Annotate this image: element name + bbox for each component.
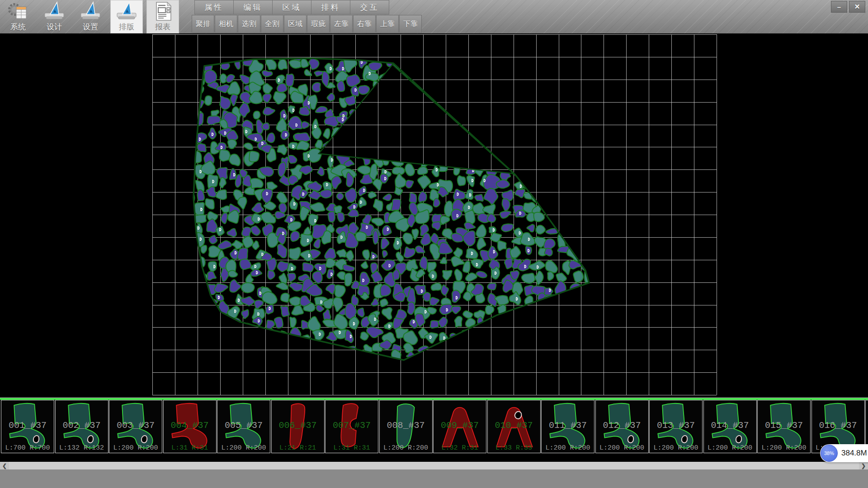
menu-interaction[interactable]: 交互: [350, 0, 389, 14]
memory-percent-indicator: 38%: [821, 445, 838, 462]
piece-thumbnail-3[interactable]: 003_#37L:200 R:200: [109, 400, 162, 453]
toolbar-header: 系统设计设置排版报表 属性编辑区域排料交互 聚排相机选割全割区域瑕疵左靠右靠上靠…: [0, 0, 868, 33]
menu-region[interactable]: 区域: [273, 0, 311, 14]
minimize-icon[interactable]: –: [831, 1, 847, 13]
piece-thumbnail-14[interactable]: 014_#37L:200 R:200: [703, 400, 757, 453]
app-button-label: 设计: [47, 22, 62, 32]
piece-thumbnail-8[interactable]: 008_#37L:200 R:200: [379, 400, 433, 453]
piece-thumbnail-1[interactable]: 001_#37L:700 R:700: [1, 400, 54, 453]
piece-thumbnail-12[interactable]: 012_#37L:200 R:200: [595, 400, 649, 453]
piece-thumbnail-6[interactable]: 006_#37L:21 R:21: [271, 400, 325, 453]
tool-region[interactable]: 区域: [284, 15, 307, 33]
drafting-ruler-icon: [80, 1, 101, 21]
menu-properties[interactable]: 属性: [194, 0, 234, 14]
app-button-label: 系统: [10, 22, 26, 32]
app-button-settings[interactable]: 设置: [74, 0, 107, 33]
memory-status-badge: 38% 384.8M: [820, 444, 868, 462]
menu-bar: 属性编辑区域排料交互: [194, 0, 389, 14]
app-button-design[interactable]: 设计: [38, 0, 71, 33]
application-window: 系统设计设置排版报表 属性编辑区域排料交互 聚排相机选割全割区域瑕疵左靠右靠上靠…: [0, 0, 868, 488]
drafting-ruler-icon: [116, 1, 137, 21]
piece-thumbnail-7[interactable]: 007_#37L:31 R:31: [325, 400, 378, 453]
tool-snap-bottom[interactable]: 下靠: [399, 15, 422, 33]
menu-nest[interactable]: 排料: [311, 0, 350, 14]
app-button-label: 设置: [83, 22, 98, 32]
piece-thumbnail-11[interactable]: 011_#37L:200 R:200: [541, 400, 594, 453]
report-icon: [152, 1, 174, 21]
piece-thumbnail-9[interactable]: 009_#37L:32 R:31: [433, 400, 486, 453]
tool-cut-all[interactable]: 全割: [261, 15, 283, 33]
tool-defect[interactable]: 瑕疵: [307, 15, 330, 33]
close-icon[interactable]: ✕: [849, 1, 865, 13]
menu-edit[interactable]: 编辑: [234, 0, 273, 14]
scroll-right-icon[interactable]: ❯: [859, 462, 868, 469]
app-button-report[interactable]: 报表: [146, 0, 179, 33]
drafting-ruler-icon: [43, 1, 65, 21]
tool-select-cut[interactable]: 选割: [238, 15, 260, 33]
tool-snap-left[interactable]: 左靠: [330, 15, 353, 33]
piece-thumbnail-5[interactable]: 005_#37L:200 R:200: [217, 400, 270, 453]
app-button-label: 报表: [155, 22, 170, 32]
horizontal-scrollbar[interactable]: ❮ ❯: [0, 462, 868, 469]
memory-amount-label: 384.8M: [841, 449, 867, 458]
piece-thumbnail-4[interactable]: 004_#37L:31 R:31: [163, 400, 217, 453]
piece-thumbnail-15[interactable]: 015_#37L:200 R:200: [757, 400, 811, 453]
window-controls: – ✕: [831, 1, 865, 13]
piece-thumbnail-13[interactable]: 013_#37L:200 R:200: [649, 400, 703, 453]
app-button-nesting[interactable]: 排版: [110, 0, 143, 33]
app-button-system[interactable]: 系统: [2, 0, 34, 33]
tool-camera[interactable]: 相机: [215, 15, 237, 33]
tool-bar: 聚排相机选割全割区域瑕疵左靠右靠上靠下靠: [192, 15, 422, 32]
tool-snap-top[interactable]: 上靠: [376, 15, 399, 33]
piece-thumbnail-10[interactable]: 010_#37L:33 R:33: [487, 400, 541, 453]
piece-thumbnail-strip: 001_#37L:700 R:700002_#37L:132 R:132003_…: [1, 400, 868, 453]
scroll-left-icon[interactable]: ❮: [0, 462, 9, 469]
nesting-canvas[interactable]: [0, 33, 868, 398]
piece-thumbnail-2[interactable]: 002_#37L:132 R:132: [55, 400, 108, 453]
tool-cluster-nest[interactable]: 聚排: [192, 15, 214, 33]
tool-snap-right[interactable]: 右靠: [353, 15, 376, 33]
bottom-status-strip: [0, 469, 868, 488]
gear-table-icon: [7, 1, 29, 21]
app-button-label: 排版: [119, 22, 134, 32]
